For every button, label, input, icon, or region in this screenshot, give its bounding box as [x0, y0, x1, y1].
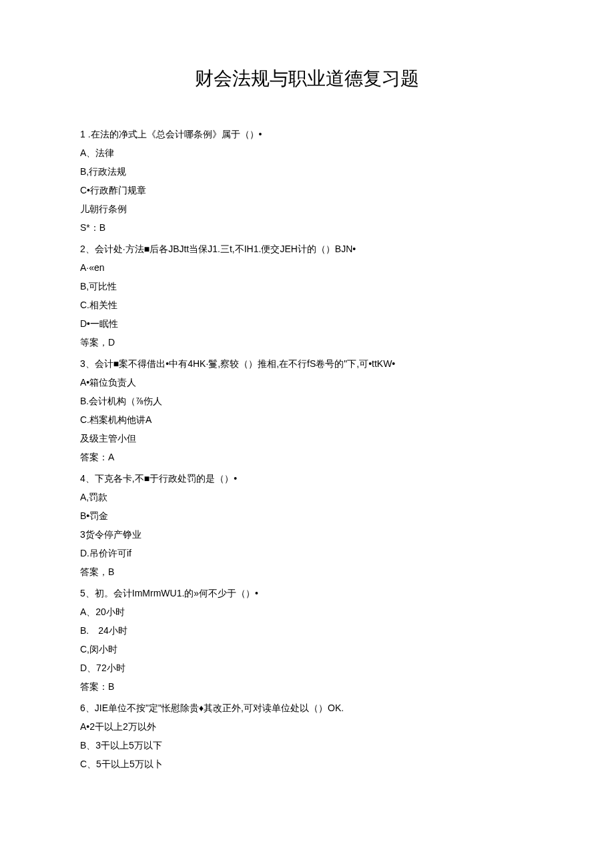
question-option: A、法律: [80, 143, 534, 162]
question-stem: 6、JIE单位不按"定"怅慰除贵♦其改正外,可对读单位处以（）OK.: [80, 699, 534, 717]
question-option: C•行政酢门规章: [80, 181, 534, 199]
question-answer: 等案，D: [80, 333, 534, 352]
question-answer: 答案：B: [80, 677, 534, 696]
question-answer: 答案，B: [80, 562, 534, 581]
question-option: A,罚款: [80, 488, 534, 506]
question-option: B,行政法规: [80, 162, 534, 181]
question-option: C、5干以上5万以卜: [80, 755, 534, 773]
question-stem: 5、初。会计ImMrmWU1.的»何不少于（）•: [80, 584, 534, 602]
question-option: D•一眠性: [80, 314, 534, 333]
question-answer: 答案：A: [80, 448, 534, 466]
question-option: B,可比性: [80, 277, 534, 296]
question-answer: S*：B: [80, 218, 534, 237]
question-block: 5、初。会计ImMrmWU1.的»何不少于（）•A、20小时B. 24小时C,闵…: [80, 584, 534, 696]
question-option: 及级主管小但: [80, 429, 534, 448]
question-option: C,闵小时: [80, 640, 534, 659]
question-stem: 3、会计■案不得借出•中有4HK·鬘,察较（）推相,在不行fS卷号的"下,可•t…: [80, 354, 534, 373]
question-block: 2、会计处·方法■后各JBJtt当保J1.三t,不IH1.便交JEH计的（）BJ…: [80, 240, 534, 352]
question-option: C.档案机构他讲A: [80, 410, 534, 429]
question-block: 3、会计■案不得借出•中有4HK·鬘,察较（）推相,在不行fS卷号的"下,可•t…: [80, 354, 534, 466]
question-option: D、72小时: [80, 659, 534, 677]
page-title: 财会法规与职业道德复习题: [80, 66, 534, 91]
question-option: A•箱位负责人: [80, 373, 534, 392]
questions-container: 1 .在法的净式上《总会计哪条例》属于（）•A、法律B,行政法规C•行政酢门规章…: [80, 125, 534, 773]
question-block: 4、下克各卡,不■于行政处罚的是（）•A,罚款B•罚金3货令停产铮业D.吊价许可…: [80, 469, 534, 581]
question-stem: 1 .在法的净式上《总会计哪条例》属于（）•: [80, 125, 534, 143]
question-option: A·«en: [80, 258, 534, 277]
question-option: B. 24小时: [80, 621, 534, 640]
question-stem: 2、会计处·方法■后各JBJtt当保J1.三t,不IH1.便交JEH计的（）BJ…: [80, 240, 534, 258]
question-option: A•2干以上2万以外: [80, 717, 534, 736]
question-option: 3货令停产铮业: [80, 525, 534, 544]
question-option: B•罚金: [80, 506, 534, 525]
question-block: 6、JIE单位不按"定"怅慰除贵♦其改正外,可对读单位处以（）OK.A•2干以上…: [80, 699, 534, 773]
question-option: 儿朝行条例: [80, 199, 534, 218]
question-option: B、3干以上5万以下: [80, 736, 534, 755]
question-block: 1 .在法的净式上《总会计哪条例》属于（）•A、法律B,行政法规C•行政酢门规章…: [80, 125, 534, 237]
question-stem: 4、下克各卡,不■于行政处罚的是（）•: [80, 469, 534, 488]
question-option: A、20小时: [80, 602, 534, 621]
question-option: D.吊价许可if: [80, 544, 534, 562]
question-option: B.会计机构（⅞伤人: [80, 392, 534, 410]
question-option: C.相关性: [80, 296, 534, 314]
